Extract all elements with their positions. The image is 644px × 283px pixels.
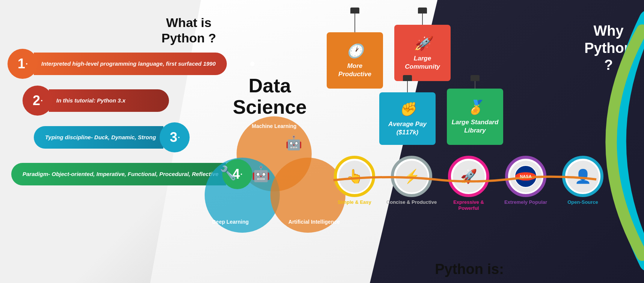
label-simple-easy: Simple & Easy (338, 199, 371, 205)
card-label-4: Large Standard Library (451, 118, 499, 135)
clip-2 (418, 8, 427, 14)
card-box-1: 🕐 More Productive (327, 32, 383, 89)
hang-line-3 (407, 81, 408, 92)
connector-wave (330, 173, 600, 180)
data-science-title: Data Science (233, 75, 307, 118)
hang-line-2 (422, 14, 423, 25)
connector-svg (330, 173, 600, 184)
deco-arc-container (591, 0, 644, 283)
cards-row2: ✊ Average Pay ($117k) 🏅 Large Standard L… (379, 75, 503, 145)
ribbon-item-2: 2 • In this tutorial: Python 3.x (23, 86, 252, 116)
robot-top-icon: 🤖 (285, 135, 302, 151)
card-box-2: 🚀 Large Community (394, 25, 451, 81)
ribbon-item-1: 1 • Interpreted high-level programming l… (8, 49, 252, 79)
card-label-2: Large Community (398, 54, 447, 71)
card-box-3: ✊ Average Pay ($117k) (379, 92, 436, 145)
robot-center-icon: 🤖 (252, 165, 270, 183)
rocket-icon: 🚀 (414, 35, 431, 53)
deco-arc-svg (591, 0, 644, 283)
ribbon-body-2: In this tutorial: Python 3.x (49, 89, 169, 112)
ribbon-body-4: Paradigm- Object-oriented, Imperative, F… (11, 163, 226, 185)
card-box-4: 🏅 Large Standard Library (447, 89, 503, 145)
ribbon-num-2: 2 • (23, 86, 53, 116)
card-label-1: More Productive (330, 62, 379, 78)
ribbon-num-3: 3 • (160, 122, 190, 152)
card-average-pay: ✊ Average Pay ($117k) (379, 75, 436, 145)
card-more-productive: 🕐 More Productive (327, 8, 383, 89)
hang-line-4 (475, 81, 475, 89)
hang-line-1 (354, 14, 355, 32)
label-concise: Concise & Productive (386, 199, 437, 205)
money-icon: ✊ (399, 101, 416, 118)
tool-icon: 🔧 (220, 165, 237, 181)
clip-1 (350, 8, 359, 14)
python-is-label: Python is: (327, 261, 612, 277)
speedometer-icon: 🕐 (347, 42, 363, 60)
ribbon-body-3: Typing discipline- Duck, Dynamic, Strong (34, 126, 163, 149)
what-is-python-title: What is Python ? (161, 15, 216, 46)
card-standard-library: 🏅 Large Standard Library (447, 75, 503, 145)
label-expressive: Expressive & Powerful (442, 199, 495, 211)
ribbon-body-1: Interpreted high-level programming langu… (34, 53, 227, 75)
card-large-community: 🚀 Large Community (394, 8, 451, 81)
medal-icon: 🏅 (467, 99, 484, 116)
clip-4 (471, 75, 480, 81)
card-label-3: Average Pay ($117k) (383, 120, 432, 137)
clip-3 (403, 75, 412, 81)
ribbon-num-1: 1 • (8, 49, 38, 79)
label-popular: Extremely Popular (504, 199, 547, 205)
ribbon-dot-1 (250, 62, 255, 66)
page-content: What is Python ? 1 • Interpreted high-le… (0, 0, 644, 283)
